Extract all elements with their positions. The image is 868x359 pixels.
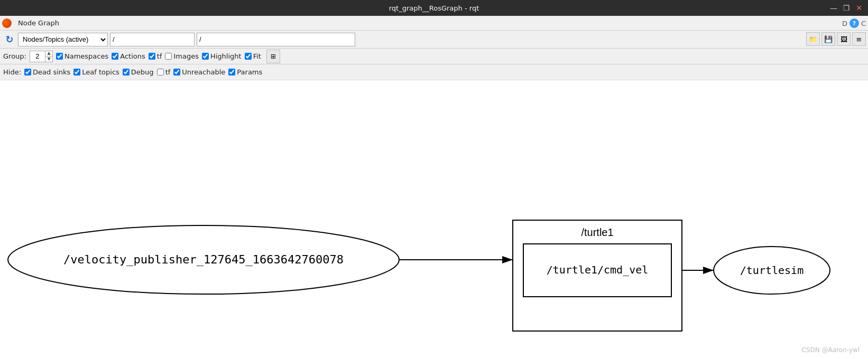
subscriber-node-label: /turtlesim [740,264,804,277]
unreachable-checkbox[interactable] [173,69,180,75]
window-title: rqt_graph__RosGraph - rqt [389,4,479,12]
turtle1-group-label: /turtle1 [581,226,613,238]
icon-btn-4[interactable]: ≡ [852,32,866,46]
highlight-checkbox[interactable] [202,53,209,60]
graph-svg: /velocity_publisher_127645_1663642760078… [0,80,868,343]
save-icon: 💾 [824,35,833,43]
publisher-node-label: /velocity_publisher_127645_1663642760078 [63,253,344,266]
toolbar-row1: ↻ Nodes/Topics (active) Nodes only Nodes… [0,31,868,49]
topic-node-label: /turtle1/cmd_vel [547,263,649,276]
tf2-label: tf [165,68,171,76]
tf2-checkbox-label[interactable]: tf [157,68,171,76]
namespaces-label: Namespaces [64,52,108,60]
tf-label: tf [157,52,162,60]
group-label: Group: [3,52,26,60]
d-label: D [842,20,847,27]
params-checkbox[interactable] [228,69,235,75]
graph-canvas[interactable]: /velocity_publisher_127645_1663642760078… [0,80,868,359]
unreachable-checkbox-label[interactable]: Unreachable [173,68,225,76]
group-spinner[interactable]: ▲ ▼ [30,51,53,62]
refresh-icon: ↻ [5,34,13,45]
refresh-button[interactable]: ↻ [3,33,16,46]
toolbar-row2: Group: ▲ ▼ Namespaces Actions tf Images … [0,49,868,64]
params-checkbox-label[interactable]: Params [228,68,262,76]
dead-sinks-checkbox[interactable] [24,69,31,75]
leaf-topics-checkbox-label[interactable]: Leaf topics [73,68,119,76]
header-close-label[interactable]: C [861,20,866,27]
tf-checkbox[interactable] [149,53,155,60]
highlight-label: Highlight [210,52,242,60]
debug-checkbox[interactable] [123,69,130,75]
icon-btn-1[interactable]: 📁 [806,32,820,46]
images-label: Images [173,52,199,60]
snapshot-button[interactable]: ⊞ [266,50,280,63]
unreachable-label: Unreachable [182,68,225,76]
app-icon [2,18,12,28]
hide-label: Hide: [3,68,21,76]
images-checkbox[interactable] [165,53,172,60]
images-checkbox-label[interactable]: Images [165,52,199,60]
screenshot-icon: 🖼 [841,35,847,43]
actions-checkbox[interactable] [112,53,118,60]
tf2-checkbox[interactable] [157,69,164,75]
toolbar-row3: Hide: Dead sinks Leaf topics Debug tf Un… [0,64,868,80]
fit-label: Fit [253,52,261,60]
dead-sinks-checkbox-label[interactable]: Dead sinks [24,68,70,76]
menu-bar: Node Graph D ? C [0,16,868,31]
spinner-down[interactable]: ▼ [45,56,52,62]
fit-checkbox[interactable] [245,53,252,60]
spinner-up[interactable]: ▲ [45,51,52,56]
filter1-input[interactable] [110,33,195,46]
open-icon: 📁 [809,35,817,43]
close-button[interactable]: ✕ [854,4,864,12]
title-bar: rqt_graph__RosGraph - rqt — ❐ ✕ [0,0,868,16]
filter2-input[interactable] [197,33,355,46]
debug-label: Debug [131,68,154,76]
leaf-topics-label: Leaf topics [82,68,119,76]
fit-checkbox-label[interactable]: Fit [245,52,261,60]
menubar-app-title[interactable]: Node Graph [14,18,63,28]
snapshot-icon: ⊞ [271,53,276,60]
namespaces-checkbox-label[interactable]: Namespaces [56,52,108,60]
tf-checkbox-label[interactable]: tf [149,52,162,60]
namespaces-checkbox[interactable] [56,53,63,60]
leaf-topics-checkbox[interactable] [73,69,80,75]
icon-btn-3[interactable]: 🖼 [837,32,851,46]
params-label: Params [237,68,262,76]
dead-sinks-label: Dead sinks [33,68,70,76]
highlight-checkbox-label[interactable]: Highlight [202,52,242,60]
watermark: CSDN @Aaron-ywl [801,346,860,354]
debug-checkbox-label[interactable]: Debug [123,68,154,76]
graph-type-dropdown[interactable]: Nodes/Topics (active) Nodes only Nodes/T… [18,33,108,46]
actions-label: Actions [120,52,145,60]
help-icon: ? [853,20,856,27]
icon-btn-2[interactable]: 💾 [821,32,835,46]
minimize-button[interactable]: — [829,4,838,12]
spinner-arrows: ▲ ▼ [45,51,52,62]
actions-checkbox-label[interactable]: Actions [112,52,145,60]
help-button[interactable]: ? [849,18,859,28]
window-controls: — ❐ ✕ [829,4,864,12]
maximize-button[interactable]: ❐ [842,4,851,12]
menu-icon: ≡ [856,35,862,43]
group-value[interactable] [30,51,45,62]
